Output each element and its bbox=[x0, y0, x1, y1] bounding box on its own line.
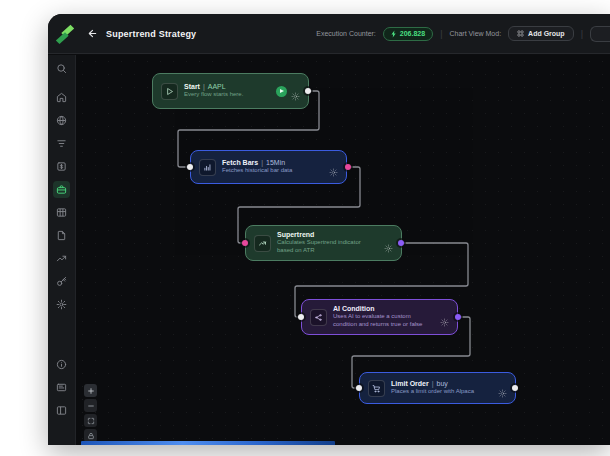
chart-view-label: Chart View Mod: bbox=[449, 30, 501, 37]
node-fetch-bars[interactable]: Fetch Bars|15Min Fetches historical bar … bbox=[190, 150, 347, 184]
bottom-strip bbox=[81, 441, 335, 445]
handle-aicondition-in[interactable] bbox=[298, 314, 304, 320]
node-settings-gear-icon[interactable] bbox=[291, 87, 300, 96]
handle-limitorder-in[interactable] bbox=[356, 385, 362, 391]
sidebar bbox=[48, 55, 76, 445]
panel-left-icon[interactable] bbox=[53, 402, 70, 419]
run-flow-button[interactable] bbox=[276, 86, 287, 97]
bar-chart-icon bbox=[199, 159, 216, 176]
node-start[interactable]: Start|AAPL Every flow starts here. bbox=[152, 73, 309, 109]
settings-gear-icon[interactable] bbox=[53, 296, 70, 313]
execution-counter-badge: 206.828 bbox=[383, 27, 433, 41]
node-title: Supertrend bbox=[277, 231, 314, 238]
canvas-controls bbox=[84, 384, 97, 442]
node-tag: 15Min bbox=[266, 159, 285, 166]
header-divider: | bbox=[581, 29, 583, 39]
home-icon[interactable] bbox=[53, 89, 70, 106]
node-title: Limit Order bbox=[391, 380, 429, 387]
group-icon bbox=[517, 30, 524, 37]
node-settings-gear-icon[interactable] bbox=[498, 384, 507, 393]
zoom-out-button[interactable] bbox=[84, 399, 97, 412]
node-limit-order[interactable]: Limit Order|buy Places a limit order wit… bbox=[359, 372, 516, 404]
key-icon[interactable] bbox=[53, 273, 70, 290]
node-subtitle: Every flow starts here. bbox=[184, 91, 270, 99]
handle-start-out[interactable] bbox=[305, 88, 311, 94]
node-subtitle: Places a limit order with Alpaca bbox=[391, 388, 492, 396]
news-icon[interactable] bbox=[53, 379, 70, 396]
trending-up-icon[interactable] bbox=[53, 250, 70, 267]
handle-limitorder-out[interactable] bbox=[512, 385, 518, 391]
globe-icon[interactable] bbox=[53, 112, 70, 129]
handle-supertrend-out[interactable] bbox=[398, 240, 404, 246]
node-subtitle: Fetches historical bar data bbox=[222, 167, 323, 175]
cart-icon bbox=[368, 380, 385, 397]
search-icon[interactable] bbox=[53, 60, 70, 77]
node-subtitle: Uses AI to evaluate a custom condition a… bbox=[333, 313, 434, 329]
node-settings-gear-icon[interactable] bbox=[384, 239, 393, 248]
flow-canvas[interactable]: Start|AAPL Every flow starts here. Fetch… bbox=[76, 55, 610, 445]
trend-arrow-icon bbox=[254, 235, 271, 252]
node-tag: buy bbox=[437, 380, 448, 387]
page-title: Supertrend Strategy bbox=[106, 29, 196, 39]
handle-fetchbars-in[interactable] bbox=[187, 164, 193, 170]
execution-counter-label: Execution Counter: bbox=[316, 30, 376, 37]
sidebar-footer bbox=[53, 356, 70, 425]
info-icon[interactable] bbox=[53, 356, 70, 373]
ai-network-icon bbox=[310, 309, 327, 326]
header-divider: | bbox=[440, 29, 442, 39]
strategies-icon[interactable] bbox=[53, 181, 70, 198]
document-icon[interactable] bbox=[53, 227, 70, 244]
cutoff-button[interactable] bbox=[590, 26, 610, 42]
header: Supertrend Strategy Execution Counter: 2… bbox=[48, 14, 610, 54]
node-title: Start bbox=[184, 83, 200, 90]
node-title: AI Condition bbox=[333, 305, 375, 312]
node-tag: AAPL bbox=[208, 83, 226, 90]
node-title: Fetch Bars bbox=[222, 159, 258, 166]
node-settings-gear-icon[interactable] bbox=[440, 313, 449, 322]
back-button[interactable] bbox=[84, 26, 100, 42]
node-settings-gear-icon[interactable] bbox=[329, 163, 338, 172]
bolt-icon bbox=[391, 30, 397, 38]
handle-fetchbars-out[interactable] bbox=[345, 164, 351, 170]
zoom-in-button[interactable] bbox=[84, 384, 97, 397]
app-logo-icon[interactable] bbox=[54, 23, 76, 45]
table-icon[interactable] bbox=[53, 204, 70, 221]
app-window: Supertrend Strategy Execution Counter: 2… bbox=[48, 14, 610, 445]
node-ai-condition[interactable]: AI Condition Uses AI to evaluate a custo… bbox=[301, 299, 458, 335]
play-icon bbox=[161, 83, 178, 100]
node-subtitle: Calculates Supertrend indicator based on… bbox=[277, 239, 378, 255]
fit-view-button[interactable] bbox=[84, 414, 97, 427]
add-group-button[interactable]: Add Group bbox=[508, 26, 574, 41]
handle-supertrend-in[interactable] bbox=[242, 240, 248, 246]
filter-icon[interactable] bbox=[53, 135, 70, 152]
dollar-square-icon[interactable] bbox=[53, 158, 70, 175]
node-supertrend[interactable]: Supertrend Calculates Supertrend indicat… bbox=[245, 225, 402, 261]
handle-aicondition-out[interactable] bbox=[455, 314, 461, 320]
